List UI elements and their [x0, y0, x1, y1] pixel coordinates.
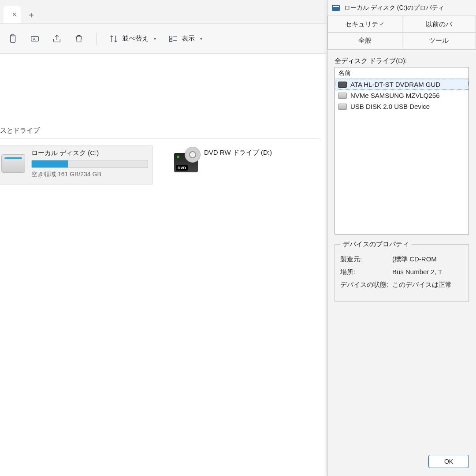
- svg-rect-0: [11, 35, 15, 42]
- list-item-text: NVMe SAMSUNG MZVLQ256: [350, 92, 440, 99]
- svg-rect-5: [170, 39, 172, 41]
- prop-location-val: Bus Number 2, T: [392, 268, 463, 276]
- tab-tools[interactable]: ツール: [402, 33, 476, 49]
- group-legend: デバイスのプロパティ: [340, 240, 412, 249]
- tab-previous-versions[interactable]: 以前のバ: [402, 16, 476, 33]
- view-icon: [168, 34, 178, 44]
- dialog-body: 全ディスク ドライブ(D): 名前 ATA HL-DT-ST DVDRAM GU…: [327, 50, 476, 455]
- explorer-content: スとドライブ ローカル ディスク (C:) 空き領域 161 GB/234 GB: [0, 54, 326, 476]
- explorer-toolbar: A 並べ替え ▾ 表示 ▾: [0, 24, 326, 54]
- delete-icon[interactable]: [74, 34, 84, 44]
- dialog-titlebar[interactable]: ローカル ディスク (C:)のプロパティ: [327, 0, 476, 16]
- new-tab-button[interactable]: ＋: [23, 6, 39, 23]
- chevron-down-icon: ▾: [200, 36, 202, 41]
- close-tab-icon[interactable]: ×: [12, 11, 16, 19]
- tab-general[interactable]: 全般: [327, 33, 402, 49]
- drive-listview[interactable]: 名前 ATA HL-DT-ST DVDRAM GUD NVMe SAMSUNG …: [335, 67, 469, 234]
- share-icon[interactable]: [52, 34, 62, 44]
- sort-label: 並べ替え: [122, 34, 149, 43]
- prop-location-key: 場所:: [340, 268, 389, 276]
- drive-name: ローカル ディスク (C:): [31, 149, 148, 157]
- drive-item-c[interactable]: ローカル ディスク (C:) 空き領域 161 GB/234 GB: [0, 145, 153, 185]
- prop-status-val: このデバイスは正常: [392, 281, 463, 289]
- prop-manufacturer-val: (標準 CD-ROM: [392, 255, 463, 264]
- svg-rect-4: [170, 36, 172, 38]
- view-button[interactable]: 表示 ▾: [168, 34, 202, 44]
- drives-row: ローカル ディスク (C:) 空き領域 161 GB/234 GB DVD DV…: [0, 139, 326, 185]
- disk-icon: [338, 104, 347, 110]
- hdd-icon: [1, 149, 25, 173]
- sort-button[interactable]: 並べ替え ▾: [109, 34, 156, 44]
- device-properties-group: デバイスのプロパティ 製造元: (標準 CD-ROM 場所: Bus Numbe…: [335, 244, 469, 302]
- section-devices-and-drives[interactable]: スとドライブ: [0, 122, 319, 139]
- list-item[interactable]: ATA HL-DT-ST DVDRAM GUD: [335, 79, 469, 90]
- view-label: 表示: [182, 34, 195, 43]
- drive-item-d[interactable]: DVD DVD RW ドライブ (D:): [171, 145, 326, 178]
- list-item-text: ATA HL-DT-ST DVDRAM GUD: [350, 81, 440, 88]
- sort-icon: [109, 34, 119, 44]
- list-header-name[interactable]: 名前: [335, 67, 469, 79]
- dialog-title: ローカル ディスク (C:)のプロパティ: [344, 4, 444, 12]
- rename-icon[interactable]: A: [30, 34, 40, 44]
- drive-name: DVD RW ドライブ (D:): [204, 149, 322, 157]
- explorer-tabstrip: × ＋: [0, 0, 326, 24]
- chevron-down-icon: ▾: [154, 36, 156, 41]
- dvd-drive-icon: DVD: [174, 149, 198, 172]
- paste-icon[interactable]: [8, 34, 18, 44]
- capacity-bar: [31, 160, 148, 168]
- prop-status-key: デバイスの状態:: [340, 281, 389, 289]
- dialog-footer: OK: [327, 455, 476, 476]
- list-item[interactable]: USB DISK 2.0 USB Device: [335, 101, 469, 112]
- explorer-window: × ＋ A 並べ替え ▾ 表示 ▾: [0, 0, 326, 476]
- properties-dialog: ローカル ディスク (C:)のプロパティ セキュリティ 以前のバ 全般 ツール …: [327, 0, 476, 476]
- disk-icon: [338, 82, 347, 88]
- toolbar-separator: [96, 33, 97, 45]
- dialog-tabs: セキュリティ 以前のバ 全般 ツール: [327, 16, 476, 50]
- capacity-fill: [32, 160, 68, 167]
- drive-icon: [332, 5, 340, 11]
- prop-manufacturer-key: 製造元:: [340, 255, 389, 264]
- disk-icon: [338, 93, 347, 99]
- drive-list-label: 全ディスク ドライブ(D):: [335, 57, 469, 65]
- svg-text:A: A: [33, 37, 36, 41]
- drive-free-text: 空き領域 161 GB/234 GB: [31, 171, 148, 178]
- list-item-text: USB DISK 2.0 USB Device: [350, 103, 430, 110]
- ok-button[interactable]: OK: [428, 455, 469, 468]
- tab-security[interactable]: セキュリティ: [327, 16, 402, 33]
- list-item[interactable]: NVMe SAMSUNG MZVLQ256: [335, 90, 469, 101]
- explorer-tab-active[interactable]: ×: [4, 6, 21, 23]
